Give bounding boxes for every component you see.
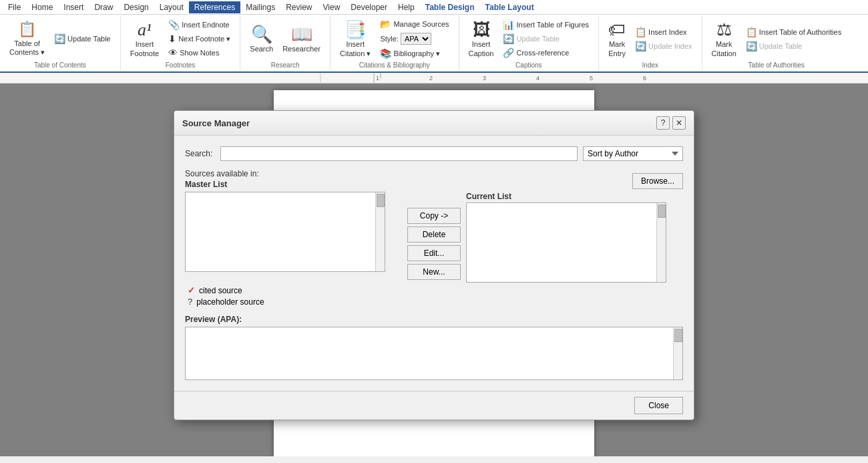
menu-file[interactable]: File [3,1,26,13]
menu-layout[interactable]: Layout [154,1,189,13]
show-notes-button[interactable]: 👁 Show Notes [164,46,234,59]
ribbon-group-toc: 📋 Table of Contents ▾ 🔄 Update Table Tab… [0,16,121,70]
ribbon-group-captions: 🖼 Insert Caption 📊 Insert Table of Figur… [459,16,600,70]
insert-citation-button[interactable]: 📑 Insert Citation ▾ [336,18,375,59]
update-index-button[interactable]: 🔄 Update Index [631,39,696,53]
dialog-close-button[interactable]: ✕ [672,116,686,130]
svg-rect-0 [0,73,868,84]
master-list-label: Master List [185,180,259,189]
mark-entry-icon: 🏷 [608,19,626,40]
insert-caption-button[interactable]: 🖼 Insert Caption [465,18,498,59]
source-manager-dialog: Source Manager ? ✕ Search: Sort by Autho… [174,110,694,420]
preview-label: Preview (APA): [185,315,683,324]
endnote-icon: 📎 [168,19,180,30]
legend-row: ✓ cited source ? placeholder source [188,285,683,307]
copy-button[interactable]: Copy -> [407,208,461,224]
menu-mailings[interactable]: Mailings [240,1,280,13]
document-area: Source Manager ? ✕ Search: Sort by Autho… [0,84,868,456]
browse-button[interactable]: Browse... [632,173,683,189]
menu-home[interactable]: Home [26,1,58,13]
bibliography-button[interactable]: 📚 Bibliography ▾ [376,47,453,60]
dialog-titlebar: Source Manager ? ✕ [174,111,694,136]
middle-buttons: Copy -> Delete Edit... New... [407,192,461,283]
search-row: Search: Sort by Author Sort by Title Sor… [185,146,683,161]
update-table3-icon: 🔄 [746,41,757,51]
current-list-section: Current List [466,192,683,283]
preview-section: Preview (APA): [185,315,683,380]
table-figures-icon: 📊 [503,19,514,30]
legend-placeholder: ? placeholder source [188,297,683,307]
new-button[interactable]: New... [407,264,461,280]
update-table-icon: 🔄 [54,33,65,44]
research-group-label: Research [271,60,300,69]
mark-citation-button[interactable]: ⚖ Mark Citation [708,18,740,59]
mark-entry-button[interactable]: 🏷 Mark Entry [604,18,630,59]
lists-row: Copy -> Delete Edit... New... Current Li… [185,192,683,283]
citation-icon: 📑 [345,19,366,40]
caption-icon: 🖼 [473,19,490,40]
master-list-section [185,192,402,283]
menu-bar: File Home Insert Draw Design Layout Refe… [0,0,868,15]
table-of-contents-button[interactable]: 📋 Table of Contents ▾ [5,19,49,59]
style-dropdown[interactable]: APA [401,33,431,45]
update-table-button[interactable]: 🔄 Update Table [50,32,115,45]
svg-text:3: 3 [483,75,486,82]
check-icon: ✓ [188,285,195,295]
dialog-controls: ? ✕ [656,116,686,130]
next-footnote-button[interactable]: ⬇ Next Footnote ▾ [164,32,234,45]
current-list-label: Current List [466,192,683,201]
menu-insert[interactable]: Insert [58,1,89,13]
footnotes-group-label: Footnotes [166,60,195,69]
delete-button[interactable]: Delete [407,226,461,243]
menu-view[interactable]: View [318,1,346,13]
insert-index-button[interactable]: 📋 Insert Index [631,25,696,39]
search-button[interactable]: 🔍 Search [246,23,277,55]
menu-developer[interactable]: Developer [345,1,393,13]
captions-group-label: Captions [515,60,541,69]
sources-header: Sources available in: Master List Browse… [185,169,683,189]
menu-draw[interactable]: Draw [89,1,118,13]
master-list-box[interactable] [185,192,385,272]
insert-table-auth-button[interactable]: 📋 Insert Table of Authorities [742,25,845,39]
show-notes-icon: 👁 [168,47,178,58]
svg-text:1: 1 [376,75,379,82]
manage-sources-button[interactable]: 📂 Manage Sources [376,17,453,31]
svg-text:4: 4 [536,75,539,82]
menu-table-design[interactable]: Table Design [420,1,480,13]
researcher-button[interactable]: 📖 Researcher [278,23,324,55]
style-selector[interactable]: Style: APA [376,31,453,46]
search-icon: 🔍 [251,24,272,45]
dialog-help-button[interactable]: ? [656,116,670,130]
researcher-icon: 📖 [291,24,312,45]
toc-icon: 📋 [18,21,36,38]
toc-group-label: Table of Contents [34,60,86,69]
ribbon-group-citations: 📑 Insert Citation ▾ 📂 Manage Sources Sty… [331,16,459,70]
ribbon-group-research: 🔍 Search 📖 Researcher Research [240,16,331,70]
update-table2-button[interactable]: 🔄 Update Table [499,32,593,45]
insert-endnote-button[interactable]: 📎 Insert Endnote [164,18,234,31]
insert-table-figures-button[interactable]: 📊 Insert Table of Figures [499,18,593,31]
manage-sources-icon: 📂 [380,19,391,29]
menu-design[interactable]: Design [118,1,154,13]
authorities-group-label: Table of Authorities [748,60,805,69]
current-list-box[interactable] [466,202,666,283]
ribbon-group-index: 🏷 Mark Entry 📋 Insert Index 🔄 Update Ind… [599,16,702,70]
menu-table-layout[interactable]: Table Layout [480,1,539,13]
menu-references[interactable]: References [189,1,240,13]
dialog-overlay: Source Manager ? ✕ Search: Sort by Autho… [0,84,868,456]
edit-button[interactable]: Edit... [407,245,461,261]
insert-footnote-button[interactable]: a¹ Insert Footnote [126,18,163,59]
cross-reference-button[interactable]: 🔗 Cross-reference [499,46,593,59]
dialog-body: Search: Sort by Author Sort by Title Sor… [174,136,694,391]
sort-select[interactable]: Sort by Author Sort by Title Sort by Yea… [583,146,683,161]
legend-cited: ✓ cited source [188,285,683,295]
update-table3-button[interactable]: 🔄 Update Table [742,39,845,53]
close-dialog-button[interactable]: Close [634,397,683,414]
ribbon-group-authorities: ⚖ Mark Citation 📋 Insert Table of Author… [702,16,851,70]
sources-available-label: Sources available in: [185,169,259,178]
preview-box [185,327,683,380]
search-input[interactable] [220,146,578,161]
menu-help[interactable]: Help [393,1,420,13]
menu-review[interactable]: Review [280,1,317,13]
svg-text:5: 5 [590,75,593,82]
